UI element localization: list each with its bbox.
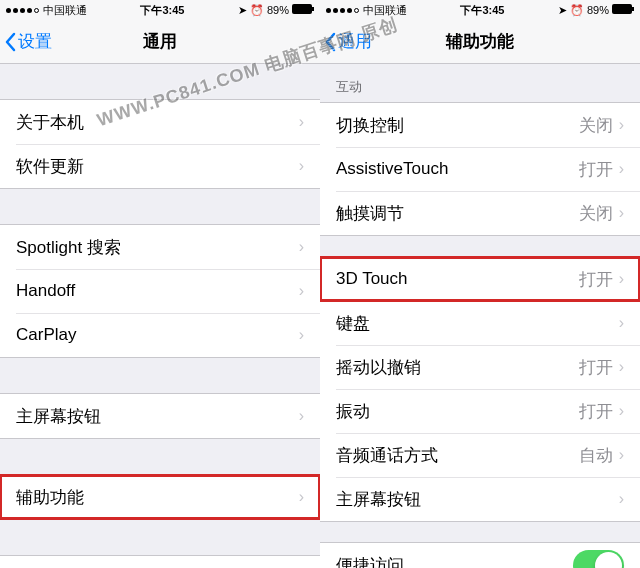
carrier-label: 中国联通 bbox=[43, 3, 87, 18]
chevron-right-icon: › bbox=[619, 270, 624, 288]
row-label: 辅助功能 bbox=[16, 486, 299, 509]
row-about[interactable]: 关于本机› bbox=[0, 100, 320, 144]
row-label: Spotlight 搜索 bbox=[16, 236, 299, 259]
chevron-right-icon: › bbox=[619, 204, 624, 222]
row-carplay[interactable]: CarPlay› bbox=[0, 313, 320, 357]
row-value: 关闭 bbox=[579, 114, 613, 137]
screen-accessibility: 中国联通 下午3:45 ➤ ⏰ 89% 通用 辅助功能 互动 切换控制关闭› A… bbox=[320, 0, 640, 568]
chevron-right-icon: › bbox=[619, 358, 624, 376]
row-label: AssistiveTouch bbox=[336, 159, 579, 179]
nav-bar: 通用 辅助功能 bbox=[320, 20, 640, 64]
row-label: 触摸调节 bbox=[336, 202, 579, 225]
chevron-right-icon: › bbox=[619, 116, 624, 134]
battery-icon bbox=[292, 4, 314, 16]
alarm-icon: ⏰ bbox=[570, 4, 584, 17]
row-label: 关于本机 bbox=[16, 111, 299, 134]
quick-access-toggle[interactable] bbox=[573, 550, 624, 569]
chevron-right-icon: › bbox=[299, 326, 304, 344]
signal-dots-icon bbox=[326, 8, 359, 13]
row-value: 打开 bbox=[579, 400, 613, 423]
row-label: 摇动以撤销 bbox=[336, 356, 579, 379]
row-label: CarPlay bbox=[16, 325, 299, 345]
alarm-icon: ⏰ bbox=[250, 4, 264, 17]
chevron-right-icon: › bbox=[619, 446, 624, 464]
row-label: 振动 bbox=[336, 400, 579, 423]
svg-rect-0 bbox=[292, 4, 312, 14]
status-time: 下午3:45 bbox=[140, 3, 184, 18]
row-label: 软件更新 bbox=[16, 155, 299, 178]
section-header-interaction: 互动 bbox=[320, 64, 640, 102]
chevron-right-icon: › bbox=[299, 488, 304, 506]
row-3d-touch[interactable]: 3D Touch打开› bbox=[320, 257, 640, 301]
row-accessibility[interactable]: 辅助功能› bbox=[0, 475, 320, 519]
nav-bar: 设置 通用 bbox=[0, 20, 320, 64]
row-value: 自动 bbox=[579, 444, 613, 467]
row-call-audio[interactable]: 音频通话方式自动› bbox=[320, 433, 640, 477]
row-label: 切换控制 bbox=[336, 114, 579, 137]
row-keyboard[interactable]: 键盘› bbox=[320, 301, 640, 345]
battery-icon bbox=[612, 4, 634, 16]
row-value: 打开 bbox=[579, 356, 613, 379]
group-3d-touch: 3D Touch打开› 键盘› 摇动以撤销打开› 振动打开› 音频通话方式自动›… bbox=[320, 256, 640, 522]
row-label: 音频通话方式 bbox=[336, 444, 579, 467]
group-interaction: 切换控制关闭› AssistiveTouch打开› 触摸调节关闭› bbox=[320, 102, 640, 236]
content-accessibility[interactable]: 互动 切换控制关闭› AssistiveTouch打开› 触摸调节关闭› 3D … bbox=[320, 64, 640, 568]
row-home-button[interactable]: 主屏幕按钮› bbox=[320, 477, 640, 521]
row-home-button[interactable]: 主屏幕按钮› bbox=[0, 394, 320, 438]
svg-rect-2 bbox=[612, 4, 632, 14]
status-bar: 中国联通 下午3:45 ➤ ⏰ 89% bbox=[320, 0, 640, 20]
signal-dots-icon bbox=[6, 8, 39, 13]
svg-rect-1 bbox=[312, 7, 314, 11]
chevron-right-icon: › bbox=[299, 238, 304, 256]
content-general[interactable]: 关于本机› 软件更新› Spotlight 搜索› Handoff› CarPl… bbox=[0, 64, 320, 568]
back-label: 通用 bbox=[338, 30, 372, 53]
row-label: 主屏幕按钮 bbox=[16, 405, 299, 428]
row-quick-access[interactable]: 便捷访问 bbox=[320, 543, 640, 568]
row-spotlight[interactable]: Spotlight 搜索› bbox=[0, 225, 320, 269]
chevron-right-icon: › bbox=[299, 157, 304, 175]
group-spotlight: Spotlight 搜索› Handoff› CarPlay› bbox=[0, 224, 320, 358]
screen-general: 中国联通 下午3:45 ➤ ⏰ 89% 设置 通用 关于本机› 软件更新› Sp… bbox=[0, 0, 320, 568]
row-touch-accommodations[interactable]: 触摸调节关闭› bbox=[320, 191, 640, 235]
location-icon: ➤ bbox=[238, 4, 247, 17]
row-label: 便捷访问 bbox=[336, 554, 573, 569]
carrier-label: 中国联通 bbox=[363, 3, 407, 18]
row-label: 主屏幕按钮 bbox=[336, 488, 613, 511]
chevron-right-icon: › bbox=[619, 314, 624, 332]
location-icon: ➤ bbox=[558, 4, 567, 17]
chevron-right-icon: › bbox=[299, 282, 304, 300]
chevron-left-icon bbox=[4, 32, 16, 52]
back-button-general[interactable]: 通用 bbox=[320, 30, 372, 53]
group-accessibility: 辅助功能› bbox=[0, 474, 320, 520]
chevron-right-icon: › bbox=[299, 407, 304, 425]
row-vibration[interactable]: 振动打开› bbox=[320, 389, 640, 433]
row-shake-undo[interactable]: 摇动以撤销打开› bbox=[320, 345, 640, 389]
row-storage[interactable]: 储存空间与 iCloud 用量› bbox=[0, 556, 320, 568]
row-value: 打开 bbox=[579, 268, 613, 291]
group-home-button: 主屏幕按钮› bbox=[0, 393, 320, 439]
battery-label: 89% bbox=[267, 4, 289, 16]
group-storage: 储存空间与 iCloud 用量› 后台应用刷新› bbox=[0, 555, 320, 568]
row-switch-control[interactable]: 切换控制关闭› bbox=[320, 103, 640, 147]
group-quick-access: 便捷访问 bbox=[320, 542, 640, 568]
row-handoff[interactable]: Handoff› bbox=[0, 269, 320, 313]
chevron-right-icon: › bbox=[299, 113, 304, 131]
row-label: Handoff bbox=[16, 281, 299, 301]
status-time: 下午3:45 bbox=[460, 3, 504, 18]
svg-rect-3 bbox=[632, 7, 634, 11]
status-bar: 中国联通 下午3:45 ➤ ⏰ 89% bbox=[0, 0, 320, 20]
chevron-right-icon: › bbox=[619, 160, 624, 178]
battery-label: 89% bbox=[587, 4, 609, 16]
row-software-update[interactable]: 软件更新› bbox=[0, 144, 320, 188]
back-button-settings[interactable]: 设置 bbox=[0, 30, 52, 53]
back-label: 设置 bbox=[18, 30, 52, 53]
row-assistive-touch[interactable]: AssistiveTouch打开› bbox=[320, 147, 640, 191]
row-label: 键盘 bbox=[336, 312, 613, 335]
chevron-right-icon: › bbox=[619, 402, 624, 420]
group-about: 关于本机› 软件更新› bbox=[0, 99, 320, 189]
chevron-left-icon bbox=[324, 32, 336, 52]
row-value: 关闭 bbox=[579, 202, 613, 225]
row-value: 打开 bbox=[579, 158, 613, 181]
row-label: 3D Touch bbox=[336, 269, 579, 289]
chevron-right-icon: › bbox=[619, 490, 624, 508]
